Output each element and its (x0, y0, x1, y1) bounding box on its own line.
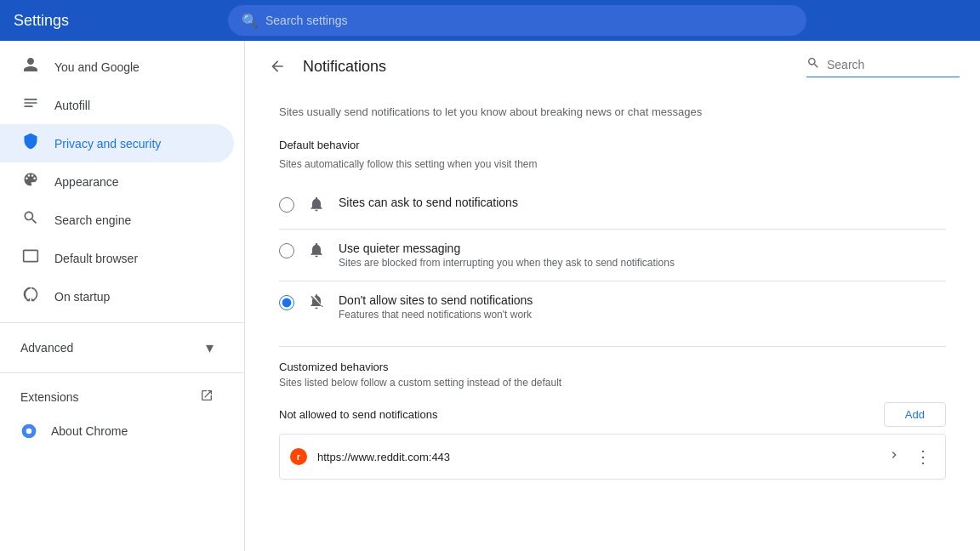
page-search-icon (806, 56, 820, 73)
sidebar-label-privacy: Privacy and security (54, 137, 161, 151)
content-area: Sites usually send notifications to let … (245, 92, 980, 500)
option-label-quieter: Use quieter messaging (339, 241, 675, 255)
radio-option-ask[interactable]: Sites can ask to send notifications (279, 184, 946, 230)
page-description: Sites usually send notifications to let … (279, 105, 946, 118)
top-search-input[interactable] (265, 14, 793, 27)
person-icon (20, 56, 41, 77)
sidebar-advanced[interactable]: Advanced ▾ (0, 330, 234, 366)
sidebar: You and Google Autofill Privacy and secu… (0, 41, 245, 551)
option-desc-dont-allow: Features that need notifications won't w… (339, 309, 533, 321)
back-button[interactable] (265, 54, 289, 78)
customized-behaviors-title: Customized behaviors (279, 361, 946, 373)
svg-point-1 (26, 429, 32, 435)
sidebar-label-on-startup: On startup (54, 290, 110, 304)
palette-icon (20, 171, 41, 192)
site-favicon-reddit: r (290, 448, 307, 465)
page-search-bar[interactable] (806, 56, 960, 77)
bell-icon-quieter (308, 241, 325, 263)
sidebar-item-about-chrome[interactable]: About Chrome (0, 414, 234, 448)
option-content-quieter: Use quieter messaging Sites are blocked … (339, 241, 675, 269)
customized-behaviors-section: Customized behaviors Sites listed below … (279, 361, 946, 480)
sidebar-item-autofill[interactable]: Autofill (0, 86, 234, 124)
sidebar-item-on-startup[interactable]: On startup (0, 277, 234, 315)
option-content-ask: Sites can ask to send notifications (339, 196, 518, 209)
page-title: Notifications (303, 58, 793, 76)
sidebar-divider-1 (0, 322, 244, 323)
sidebar-label-advanced: Advanced (20, 341, 199, 355)
chevron-down-icon: ▾ (206, 338, 214, 357)
autofill-icon (20, 94, 41, 116)
radio-option-dont-allow[interactable]: Don't allow sites to send notifications … (279, 281, 946, 332)
radio-ask[interactable] (279, 197, 294, 213)
sidebar-label-you-and-google: You and Google (54, 60, 140, 74)
default-behavior-title: Default behavior (279, 139, 946, 151)
sidebar-item-appearance[interactable]: Appearance (0, 162, 234, 201)
sidebar-label-default-browser: Default browser (54, 252, 138, 265)
top-bar: Settings 🔍 (0, 0, 980, 41)
bell-off-icon (308, 293, 325, 315)
top-search-icon: 🔍 (242, 13, 259, 29)
sidebar-item-privacy[interactable]: Privacy and security (0, 124, 234, 162)
site-chevron-icon[interactable] (887, 448, 901, 465)
customized-behaviors-desc: Sites listed below follow a custom setti… (279, 377, 946, 389)
top-search-bar[interactable]: 🔍 (228, 5, 806, 36)
site-url-reddit: https://www.reddit.com:443 (317, 451, 877, 463)
sidebar-item-default-browser[interactable]: Default browser (0, 239, 234, 277)
bell-icon-ask (308, 196, 325, 217)
sidebar-divider-2 (0, 372, 244, 373)
not-allowed-row: Not allowed to send notifications Add (279, 402, 946, 427)
section-divider (279, 346, 946, 347)
default-behavior-subtitle: Sites automatically follow this setting … (279, 158, 946, 170)
favicon-text: r (297, 452, 300, 462)
not-allowed-label: Not allowed to send notifications (279, 408, 437, 421)
radio-option-quieter[interactable]: Use quieter messaging Sites are blocked … (279, 230, 946, 281)
sidebar-label-extensions: Extensions (20, 390, 78, 404)
option-content-dont-allow: Don't allow sites to send notifications … (339, 293, 533, 321)
sidebar-item-search-engine[interactable]: Search engine (0, 201, 234, 239)
default-behavior-section: Default behavior Sites automatically fol… (279, 139, 946, 332)
sidebar-label-about-chrome: About Chrome (51, 424, 128, 438)
radio-quieter[interactable] (279, 243, 294, 258)
main-content: Notifications Sites usually send notific… (245, 41, 980, 551)
sidebar-label-search-engine: Search engine (54, 213, 131, 227)
page-search-input[interactable] (827, 58, 946, 71)
default-browser-icon (20, 247, 41, 269)
site-row-reddit: r https://www.reddit.com:443 ⋮ (279, 434, 946, 480)
startup-icon (20, 286, 41, 307)
site-more-icon[interactable]: ⋮ (911, 443, 935, 470)
option-label-ask: Sites can ask to send notifications (339, 196, 518, 209)
add-button[interactable]: Add (884, 402, 946, 427)
sidebar-item-extensions[interactable]: Extensions (0, 380, 234, 414)
radio-dont-allow[interactable] (279, 295, 294, 310)
page-header: Notifications (245, 41, 980, 92)
app-title: Settings (14, 12, 218, 30)
option-label-dont-allow: Don't allow sites to send notifications (339, 293, 533, 307)
main-layout: You and Google Autofill Privacy and secu… (0, 41, 980, 551)
sidebar-label-autofill: Autofill (54, 99, 90, 112)
option-desc-quieter: Sites are blocked from interrupting you … (339, 257, 675, 269)
search-engine-icon (20, 209, 41, 230)
about-chrome-icon (20, 423, 37, 440)
external-link-icon (200, 389, 214, 406)
sidebar-label-appearance: Appearance (54, 175, 119, 189)
shield-icon (20, 133, 41, 154)
sidebar-item-you-and-google[interactable]: You and Google (0, 48, 234, 86)
